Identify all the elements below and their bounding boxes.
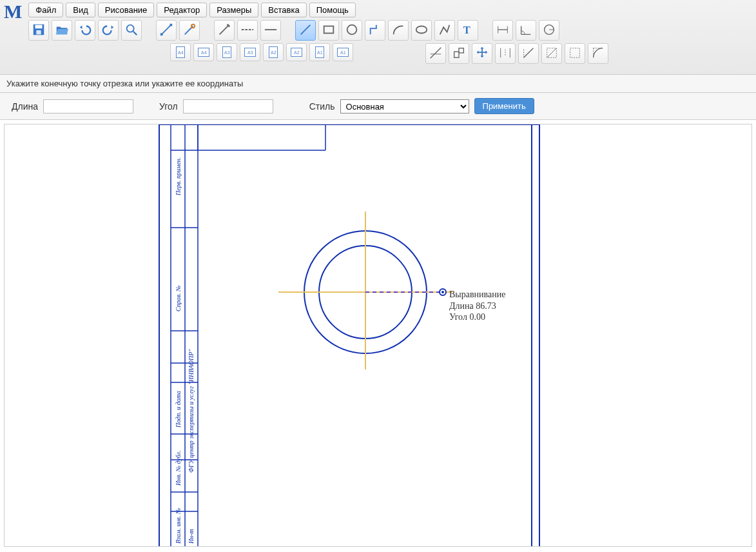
status-bar: Укажите конечную точку отрезка или укажи… bbox=[0, 75, 756, 93]
style-label: Стиль bbox=[309, 101, 335, 112]
snap-intersect-icon bbox=[429, 46, 443, 62]
svg-rect-26 bbox=[454, 52, 459, 57]
draw-path-icon bbox=[368, 23, 382, 39]
topbar: M Файл Вид Рисование Редактор Размеры Вс… bbox=[0, 0, 756, 75]
draw-circle-icon bbox=[345, 23, 359, 39]
paper-a4-portrait[interactable]: A4 bbox=[170, 43, 191, 61]
menu-help[interactable]: Помощь bbox=[309, 3, 356, 17]
apply-button[interactable]: Применить bbox=[474, 98, 534, 114]
snap-tangent-button[interactable] bbox=[541, 43, 562, 64]
line-dash-button[interactable] bbox=[237, 20, 258, 41]
svg-text:Ин-т: Ин-т bbox=[188, 529, 195, 544]
line-solid-button[interactable] bbox=[260, 20, 281, 41]
snap-arc-icon bbox=[591, 46, 605, 62]
draw-path-button[interactable] bbox=[365, 20, 385, 41]
paper-a3-portrait[interactable]: A3 bbox=[217, 43, 237, 61]
draw-arc-button[interactable] bbox=[388, 20, 409, 41]
dim-radius-button[interactable] bbox=[539, 20, 559, 41]
menu-editor[interactable]: Редактор bbox=[157, 3, 207, 17]
toolbar-row-2: A4 A4 A3 A3 A2 A2 A1 A1 bbox=[170, 43, 608, 64]
snap-endpoint-button[interactable] bbox=[449, 43, 469, 64]
line-dash-icon bbox=[240, 23, 255, 39]
svg-rect-2 bbox=[37, 30, 41, 34]
paper-a1-portrait[interactable]: A1 bbox=[309, 43, 330, 61]
snap-nearest-icon bbox=[568, 46, 582, 62]
tooltip-line3: Угол 0.00 bbox=[449, 311, 505, 323]
snap-nearest-button[interactable] bbox=[565, 43, 585, 64]
svg-line-24 bbox=[431, 47, 441, 58]
menu-insert[interactable]: Вставка bbox=[261, 3, 306, 17]
move-icon bbox=[475, 46, 489, 62]
draw-circle-button[interactable] bbox=[342, 20, 362, 41]
draw-text-button[interactable]: T bbox=[458, 20, 478, 41]
dim-angle-icon bbox=[519, 23, 533, 39]
snap-mid-button[interactable] bbox=[495, 43, 516, 64]
svg-line-10 bbox=[220, 25, 229, 34]
paper-a2-landscape[interactable]: A2 bbox=[286, 43, 307, 61]
properties-bar: Длина Угол Стиль Основная Применить bbox=[0, 93, 756, 120]
tooltip-line1: Выравнивание bbox=[449, 289, 505, 301]
svg-line-14 bbox=[301, 25, 311, 34]
style-select[interactable]: Основная bbox=[340, 99, 469, 113]
angle-label: Угол bbox=[159, 101, 178, 112]
open-button[interactable] bbox=[52, 20, 72, 41]
redo-icon bbox=[101, 23, 115, 39]
undo-button[interactable] bbox=[75, 20, 95, 41]
draw-ellipse-button[interactable] bbox=[411, 20, 432, 41]
undo-icon bbox=[78, 23, 92, 39]
menu-bar: Файл Вид Рисование Редактор Размеры Вста… bbox=[28, 3, 608, 17]
svg-rect-27 bbox=[459, 48, 463, 52]
text-icon: T bbox=[461, 23, 475, 39]
snap-tangent-icon bbox=[545, 46, 559, 62]
menu-draw[interactable]: Рисование bbox=[98, 3, 154, 17]
dim-horizontal-icon bbox=[496, 23, 510, 39]
svg-line-34 bbox=[547, 48, 557, 57]
drawing-canvas[interactable]: Перв. примен. Справ. № Подп. и дата Инв.… bbox=[4, 124, 752, 547]
line-solid-icon bbox=[264, 23, 278, 39]
svg-text:T: T bbox=[463, 24, 470, 36]
paper-a2-portrait[interactable]: A2 bbox=[263, 43, 284, 61]
redo-button[interactable] bbox=[98, 20, 119, 41]
dim-horizontal-button[interactable] bbox=[492, 20, 513, 41]
move-button[interactable] bbox=[472, 43, 492, 64]
paper-size-group: A4 A4 A3 A3 A2 A2 A1 A1 bbox=[170, 43, 353, 64]
save-button[interactable] bbox=[28, 20, 49, 41]
snap-arc-button[interactable] bbox=[588, 43, 608, 64]
edit-line-icon bbox=[159, 23, 173, 39]
edit-line-button[interactable] bbox=[156, 20, 177, 41]
toolbar-row-1: T bbox=[28, 20, 608, 41]
paper-a3-landscape[interactable]: A3 bbox=[240, 43, 260, 61]
svg-point-16 bbox=[347, 25, 357, 34]
menu-file[interactable]: Файл bbox=[28, 3, 63, 17]
save-icon bbox=[32, 23, 46, 39]
menu-view[interactable]: Вид bbox=[66, 3, 95, 17]
snap-perp-icon bbox=[521, 46, 536, 62]
draw-rect-icon bbox=[322, 23, 336, 39]
svg-point-3 bbox=[127, 25, 134, 32]
angle-input[interactable] bbox=[183, 99, 273, 113]
menu-dimensions[interactable]: Размеры bbox=[209, 3, 258, 17]
line-dashdot-icon bbox=[217, 23, 231, 39]
svg-rect-7 bbox=[170, 23, 173, 26]
snap-perp-button[interactable] bbox=[518, 43, 539, 64]
svg-text:ФГУ центр экспертизы и услуг ": ФГУ центр экспертизы и услуг "ИНВАОПР" bbox=[188, 349, 195, 473]
draw-polyline-button[interactable] bbox=[434, 20, 455, 41]
snap-endpoint-icon bbox=[452, 46, 466, 62]
draw-line-button[interactable] bbox=[295, 20, 316, 41]
draw-line-icon bbox=[298, 23, 313, 39]
snap-intersect-button[interactable] bbox=[425, 43, 446, 64]
zoom-button[interactable] bbox=[121, 20, 142, 41]
svg-text:Инв. № дубл.: Инв. № дубл. bbox=[175, 451, 182, 486]
open-folder-icon bbox=[55, 23, 69, 39]
draw-rect-button[interactable] bbox=[318, 20, 339, 41]
tooltip-line2: Длина 86.73 bbox=[449, 301, 505, 312]
svg-rect-15 bbox=[324, 26, 334, 33]
length-label: Длина bbox=[12, 101, 38, 112]
dim-angle-button[interactable] bbox=[516, 20, 536, 41]
length-input[interactable] bbox=[43, 99, 133, 113]
svg-text:Взам. инв. №: Взам. инв. № bbox=[175, 508, 182, 544]
paper-a4-landscape[interactable]: A4 bbox=[193, 43, 214, 61]
line-dashdot-button[interactable] bbox=[214, 20, 235, 41]
paper-a1-landscape[interactable]: A1 bbox=[333, 43, 353, 61]
transform-button[interactable] bbox=[179, 20, 200, 41]
